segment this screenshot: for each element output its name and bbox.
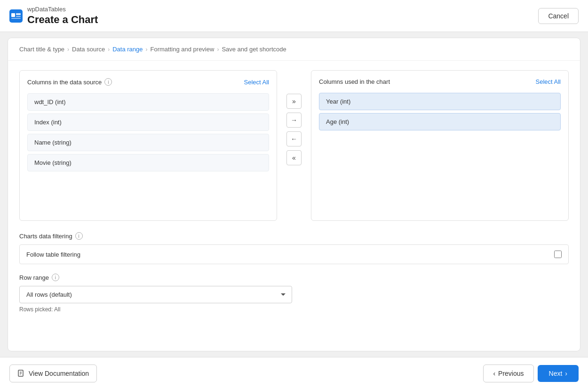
- footer-nav: ‹ Previous Next ›: [483, 365, 579, 382]
- chart-panel: Columns used in the chart Select All Yea…: [311, 70, 569, 221]
- breadcrumb-sep-4: ›: [217, 46, 219, 53]
- follow-table-filtering-row: Follow table filtering: [19, 244, 569, 264]
- chart-panel-header: Columns used in the chart Select All: [319, 78, 561, 85]
- columns-layout: Columns in the data source i Select All …: [19, 70, 569, 221]
- follow-table-filtering-checkbox[interactable]: [554, 251, 562, 258]
- title-group: wpDataTables Create a Chart: [27, 6, 98, 26]
- source-panel-title-group: Columns in the data source i: [27, 78, 112, 86]
- filtering-section-label: Charts data filtering: [19, 233, 72, 240]
- chart-col-age[interactable]: Age (int): [319, 113, 561, 130]
- content-area: Columns in the data source i Select All …: [8, 61, 580, 351]
- top-bar-left: wpDataTables Create a Chart: [9, 6, 98, 26]
- svg-rect-4: [11, 18, 21, 19]
- source-col-index[interactable]: Index (int): [27, 113, 269, 131]
- move-left-button[interactable]: ←: [286, 131, 302, 146]
- svg-rect-2: [16, 13, 21, 15]
- chart-columns-list: Year (int) Age (int): [319, 93, 561, 130]
- filtering-info-icon[interactable]: i: [75, 232, 83, 240]
- chart-panel-title: Columns used in the chart: [319, 78, 390, 85]
- source-panel: Columns in the data source i Select All …: [19, 70, 277, 221]
- move-all-right-button[interactable]: »: [286, 94, 302, 109]
- transfer-arrows: » → ← «: [285, 70, 303, 165]
- move-right-button[interactable]: →: [286, 113, 302, 128]
- row-range-label-group: Row range i: [19, 274, 569, 281]
- view-documentation-button[interactable]: View Documentation: [9, 365, 97, 382]
- document-icon: [17, 370, 25, 377]
- page-title: Create a Chart: [27, 14, 98, 26]
- breadcrumb-sep-3: ›: [146, 46, 148, 53]
- row-range-dropdown[interactable]: All rows (default) Custom range: [19, 286, 292, 303]
- source-col-wdt-id[interactable]: wdt_ID (int): [27, 93, 269, 111]
- svg-rect-3: [16, 16, 21, 17]
- source-columns-list: wdt_ID (int) Index (int) Name (string) M…: [27, 93, 269, 171]
- filtering-section-label-group: Charts data filtering i: [19, 232, 569, 240]
- row-range-info-icon[interactable]: i: [52, 274, 59, 281]
- breadcrumb-item-3-active: Data range: [112, 46, 143, 53]
- chart-col-year[interactable]: Year (int): [319, 93, 561, 110]
- next-button[interactable]: Next ›: [538, 365, 579, 382]
- row-range-section: Row range i All rows (default) Custom ra…: [19, 274, 569, 313]
- cancel-button[interactable]: Cancel: [538, 8, 579, 24]
- view-doc-label: View Documentation: [29, 370, 89, 377]
- breadcrumb-item-4: Formatting and preview: [151, 46, 215, 53]
- main-content-card: Chart title & type › Data source › Data …: [8, 38, 580, 351]
- source-panel-info-icon[interactable]: i: [104, 78, 112, 86]
- source-col-name[interactable]: Name (string): [27, 134, 269, 151]
- breadcrumb: Chart title & type › Data source › Data …: [8, 38, 580, 61]
- source-select-all-link[interactable]: Select All: [244, 79, 269, 86]
- source-panel-title: Columns in the data source: [27, 79, 102, 86]
- chart-panel-title-group: Columns used in the chart: [319, 78, 390, 85]
- prev-label: Previous: [498, 370, 524, 377]
- breadcrumb-item-5: Save and get shortcode: [222, 46, 286, 53]
- prev-chevron-icon: ‹: [493, 370, 495, 377]
- row-range-label: Row range: [19, 274, 49, 281]
- next-chevron-icon: ›: [565, 370, 567, 377]
- top-bar: wpDataTables Create a Chart Cancel: [0, 0, 588, 32]
- breadcrumb-item-1: Chart title & type: [19, 46, 64, 53]
- breadcrumb-sep-2: ›: [108, 46, 110, 53]
- rows-picked-label: Rows picked: All: [19, 306, 569, 313]
- next-label: Next: [549, 370, 563, 377]
- breadcrumb-sep-1: ›: [67, 46, 69, 53]
- filtering-section: Charts data filtering i Follow table fil…: [19, 232, 569, 264]
- svg-rect-1: [11, 13, 15, 17]
- chart-select-all-link[interactable]: Select All: [536, 78, 561, 85]
- previous-button[interactable]: ‹ Previous: [483, 365, 533, 382]
- move-all-left-button[interactable]: «: [286, 150, 302, 165]
- source-panel-header: Columns in the data source i Select All: [27, 78, 269, 86]
- source-col-movie[interactable]: Movie (string): [27, 154, 269, 171]
- app-name: wpDataTables: [27, 6, 98, 13]
- app-logo-icon: [9, 9, 23, 23]
- footer-bar: View Documentation ‹ Previous Next ›: [0, 357, 588, 389]
- follow-table-filtering-label: Follow table filtering: [26, 251, 80, 258]
- breadcrumb-item-2: Data source: [72, 46, 105, 53]
